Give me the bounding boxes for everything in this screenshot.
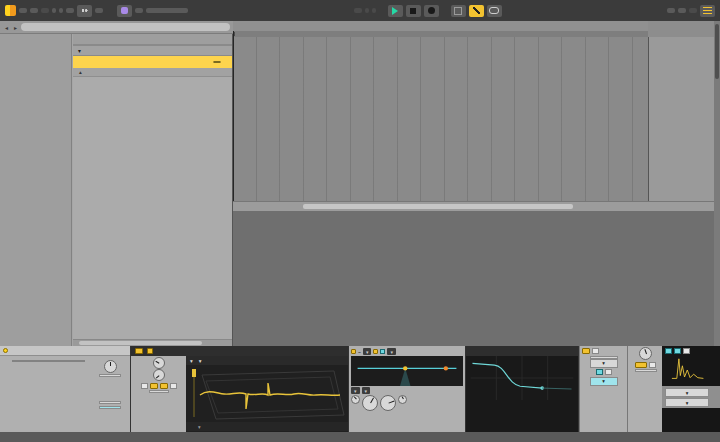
envelope-tabs bbox=[466, 346, 578, 356]
octave-switch[interactable] bbox=[141, 383, 148, 389]
shape-menu[interactable]: ▾ bbox=[590, 359, 618, 368]
arrangement-position-sixteenth[interactable] bbox=[372, 8, 376, 13]
arrangement-position-bar[interactable] bbox=[354, 8, 362, 13]
record-button[interactable] bbox=[424, 5, 439, 17]
ir-name-menu[interactable]: ▾ bbox=[665, 398, 709, 407]
punch-in-toggle[interactable] bbox=[451, 5, 466, 17]
key-map-toggle[interactable] bbox=[667, 8, 675, 13]
reverb-tab-c[interactable] bbox=[683, 348, 690, 354]
scale-root-menu[interactable] bbox=[135, 8, 143, 13]
reverb-tab-a[interactable] bbox=[665, 348, 672, 354]
loop-end-marker[interactable] bbox=[233, 31, 234, 201]
reverb-tab-b[interactable] bbox=[674, 348, 681, 354]
gain-knob[interactable] bbox=[153, 357, 165, 369]
stop-icon bbox=[410, 8, 416, 14]
filter-freq-mod-menu[interactable]: ▾ bbox=[351, 387, 360, 394]
filter2-mode-menu[interactable]: ▾ bbox=[387, 348, 396, 355]
macro-map-icon[interactable] bbox=[147, 348, 153, 354]
stop-button[interactable] bbox=[406, 5, 421, 17]
filter2-frequency-knob[interactable] bbox=[380, 395, 396, 411]
live-logo-icon bbox=[5, 5, 16, 16]
octave-switch[interactable] bbox=[170, 383, 177, 389]
tempo-field[interactable] bbox=[41, 8, 49, 13]
transpose-value[interactable] bbox=[99, 374, 121, 377]
search-input[interactable] bbox=[21, 23, 230, 31]
freeze-in-toggle[interactable] bbox=[635, 362, 647, 368]
filter2-toggle[interactable] bbox=[373, 349, 378, 354]
sync-mode-box[interactable] bbox=[592, 348, 599, 354]
rack-transpose-value[interactable] bbox=[149, 390, 169, 393]
filter1-frequency-knob[interactable] bbox=[362, 395, 378, 411]
octave-switch[interactable] bbox=[160, 383, 168, 389]
metronome-toggle[interactable] bbox=[77, 5, 92, 17]
arrangement-horizontal-scrollbar[interactable] bbox=[233, 201, 714, 211]
freeze-flat-toggle[interactable] bbox=[649, 362, 656, 368]
mod-column: ▾ ▾ bbox=[579, 346, 627, 432]
wavetable-visualization bbox=[186, 365, 348, 422]
scale-mode-toggle[interactable] bbox=[117, 5, 132, 17]
filters-header bbox=[73, 34, 232, 45]
clear-filters-button[interactable] bbox=[213, 61, 221, 63]
browser: ◂ ▸ ▾ ▴ bbox=[0, 21, 233, 346]
range-value[interactable] bbox=[99, 406, 121, 409]
octave-switch[interactable] bbox=[150, 383, 158, 389]
record-icon bbox=[428, 7, 435, 14]
nudge-up-button[interactable] bbox=[59, 8, 63, 13]
ableton-live-window: ◂ ▸ ▾ ▴ bbox=[0, 0, 720, 442]
filter-routing-menu[interactable]: ▾ bbox=[362, 387, 371, 394]
browser-back-button[interactable]: ◂ bbox=[3, 24, 10, 31]
wavetable-category-menu[interactable]: ▾ bbox=[190, 358, 193, 364]
play-icon bbox=[392, 7, 398, 15]
loop-toggle[interactable] bbox=[487, 5, 502, 17]
genres-section-header[interactable]: ▾ bbox=[73, 45, 232, 56]
metronome-icon bbox=[81, 7, 88, 14]
tap-tempo-button[interactable] bbox=[30, 8, 38, 13]
midi-map-toggle[interactable] bbox=[678, 8, 686, 13]
browser-forward-button[interactable]: ▸ bbox=[12, 24, 19, 31]
feedback-value[interactable] bbox=[635, 369, 657, 372]
time-signature-field[interactable] bbox=[66, 8, 74, 13]
lowest-value[interactable] bbox=[99, 401, 121, 404]
predelay-knob[interactable] bbox=[639, 347, 652, 360]
tone-knob[interactable] bbox=[153, 369, 165, 381]
transpose-knob[interactable] bbox=[104, 360, 117, 373]
arrangement-position-beat[interactable] bbox=[365, 8, 369, 13]
hot-swap-icon[interactable] bbox=[135, 348, 143, 354]
scale-range-section bbox=[92, 400, 128, 410]
toolbar bbox=[0, 0, 720, 21]
scale-grid[interactable] bbox=[12, 360, 85, 362]
vertical-scrollbar[interactable] bbox=[714, 21, 720, 346]
filter1-toggle[interactable] bbox=[351, 349, 356, 354]
stereo-box-a[interactable] bbox=[596, 369, 603, 375]
sort-header[interactable]: ▴ bbox=[73, 68, 232, 77]
browser-content-panel: ▾ ▴ bbox=[73, 34, 232, 346]
stereo-box-b[interactable] bbox=[605, 369, 612, 375]
filter1-mode-menu[interactable]: ▾ bbox=[363, 348, 372, 355]
scale-name-menu[interactable] bbox=[146, 8, 188, 13]
sync-toggle[interactable] bbox=[582, 348, 590, 354]
osc-effect-mode-menu[interactable]: ▾ bbox=[198, 424, 201, 430]
instrument-rack-titlebar[interactable] bbox=[131, 346, 348, 356]
filter2-res-knob[interactable] bbox=[398, 395, 407, 404]
amount-value[interactable]: ▾ bbox=[590, 377, 618, 386]
ir-category-menu[interactable]: ▾ bbox=[665, 388, 709, 397]
browser-horizontal-scrollbar[interactable] bbox=[73, 339, 232, 346]
octave-switches[interactable] bbox=[133, 383, 184, 389]
arrangement-lanes[interactable] bbox=[233, 37, 648, 201]
nudge-down-button[interactable] bbox=[52, 8, 56, 13]
play-button[interactable] bbox=[388, 5, 403, 17]
oscillator-display[interactable]: ▾ ▾ ▾ bbox=[186, 356, 348, 432]
envelope-section bbox=[466, 346, 578, 432]
filter1-res-knob[interactable] bbox=[351, 395, 360, 404]
reverb-left-column bbox=[627, 346, 663, 432]
envelope-values bbox=[466, 408, 578, 410]
filter-response-display[interactable] bbox=[351, 356, 463, 386]
arrangement-mixer bbox=[233, 211, 714, 346]
scale-device-titlebar[interactable] bbox=[0, 346, 130, 356]
quantize-menu[interactable] bbox=[95, 8, 103, 13]
device-on-toggle[interactable] bbox=[3, 348, 8, 353]
link-button[interactable] bbox=[19, 8, 27, 13]
amp-envelope-display[interactable] bbox=[466, 356, 578, 400]
wavetable-table-menu[interactable]: ▾ bbox=[199, 358, 202, 364]
draw-mode-toggle[interactable] bbox=[469, 5, 484, 17]
